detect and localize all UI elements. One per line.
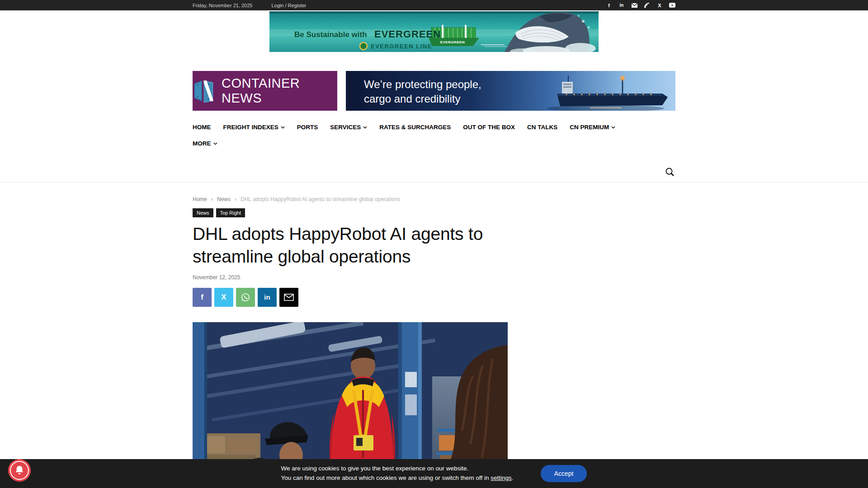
facebook-icon[interactable]: f: [606, 2, 612, 9]
protecting-cargo-ad-banner[interactable]: We’re protecting people, cargo and credi…: [346, 71, 675, 111]
mail-icon: [284, 294, 294, 301]
breadcrumb-news-link[interactable]: News: [217, 196, 231, 202]
nav-item-home[interactable]: HOME: [193, 121, 211, 134]
breadcrumb-home-link[interactable]: Home: [193, 196, 207, 202]
chevron-down-icon: [363, 126, 367, 129]
nav-item-rates-surcharges[interactable]: RATES & SURCHARGES: [379, 121, 451, 134]
article-page: Home › News › DHL adopts HappyRobot AI a…: [193, 196, 675, 488]
facebook-icon: f: [201, 293, 203, 302]
nav-row-1: HOME FREIGHT INDEXES PORTS SERVICES RATE…: [193, 121, 675, 134]
nav-item-out-of-the-box[interactable]: OUT OF THE BOX: [463, 121, 515, 134]
article-date: November 12, 2025: [193, 274, 675, 281]
chevron-down-icon: [611, 126, 615, 129]
ad-header-line2: cargo and credibility: [364, 93, 460, 105]
ad-brand: EVERGREEN: [374, 28, 441, 40]
site-logo[interactable]: CONTAINER NEWS: [193, 71, 337, 111]
mail-icon[interactable]: [631, 2, 637, 9]
nav-item-cn-premium[interactable]: CN PREMIUM: [570, 121, 615, 134]
cookie-consent-bar: We are using cookies to give you the bes…: [0, 459, 868, 488]
share-linkedin-button[interactable]: in: [258, 288, 277, 307]
site-header: CONTAINER NEWS: [0, 52, 868, 183]
ad-header-line1: We’re protecting people,: [364, 78, 481, 90]
ad-footer: EVERGREEN LINE: [371, 43, 432, 50]
linkedin-icon[interactable]: in: [618, 2, 625, 9]
share-email-button[interactable]: [279, 288, 298, 307]
chevron-down-icon: [281, 126, 285, 129]
container-news-logo-icon: [193, 78, 216, 104]
topbar-social-icons: f in X: [606, 2, 675, 9]
nav-item-freight-indexes[interactable]: FREIGHT INDEXES: [223, 121, 285, 134]
nav-item-ports[interactable]: PORTS: [297, 121, 318, 134]
twitter-x-icon: X: [221, 293, 226, 302]
twitter-x-icon[interactable]: X: [656, 2, 663, 9]
share-buttons: f X in: [193, 288, 675, 307]
bell-icon: [15, 465, 24, 475]
login-register-link[interactable]: Login / Register: [271, 3, 306, 8]
share-whatsapp-button[interactable]: [236, 288, 255, 307]
protecting-cargo-ad-art: We’re protecting people, cargo and credi…: [346, 71, 675, 111]
breadcrumb-current-page: DHL adopts HappyRobot AI agents to strea…: [241, 196, 400, 202]
share-facebook-button[interactable]: f: [193, 288, 212, 307]
current-date: Friday, November 21, 2025: [193, 3, 252, 8]
evergreen-ad-art: EVERGREEN Be Sustainable with EVERGREEN: [269, 11, 599, 52]
ad-tagline: Be Sustainable with: [294, 30, 367, 39]
page-title: DHL adopts HappyRobot AI agents to strea…: [193, 223, 523, 268]
youtube-icon[interactable]: [669, 2, 675, 9]
breadcrumb-separator: ›: [211, 196, 213, 202]
top-bar-inner: Friday, November 21, 2025 Login / Regist…: [193, 0, 675, 10]
evergreen-ad-banner[interactable]: EVERGREEN Be Sustainable with EVERGREEN: [269, 11, 599, 52]
nav-item-more[interactable]: MORE: [193, 137, 217, 150]
nav-item-cn-talks[interactable]: CN TALKS: [527, 121, 557, 134]
site-logo-text: CONTAINER NEWS: [222, 76, 337, 106]
tag-news[interactable]: News: [193, 208, 213, 217]
main-nav: HOME FREIGHT INDEXES PORTS SERVICES RATE…: [193, 121, 675, 182]
linkedin-icon: in: [264, 293, 270, 301]
nav-row-2: MORE: [193, 137, 675, 150]
article-tags: News Top Right: [193, 208, 675, 217]
notification-bell-button[interactable]: [8, 459, 31, 482]
breadcrumb: Home › News › DHL adopts HappyRobot AI a…: [193, 196, 675, 202]
search-icon: [665, 167, 675, 177]
svg-text:EVERGREEN: EVERGREEN: [440, 40, 465, 44]
breadcrumb-separator: ›: [235, 196, 236, 202]
share-twitter-button[interactable]: X: [214, 288, 233, 307]
tag-top-right[interactable]: Top Right: [216, 208, 245, 217]
nav-item-services[interactable]: SERVICES: [330, 121, 367, 134]
cookie-message: We are using cookies to give you the bes…: [281, 464, 514, 483]
top-bar: Friday, November 21, 2025 Login / Regist…: [0, 0, 868, 10]
whatsapp-icon: [241, 292, 250, 302]
evergreen-badge-icon: [360, 42, 367, 50]
cookie-settings-link[interactable]: settings: [491, 474, 512, 481]
accept-cookies-button[interactable]: Accept: [541, 465, 587, 482]
chevron-down-icon: [213, 142, 217, 145]
rss-icon[interactable]: [644, 2, 650, 9]
search-button[interactable]: [664, 166, 675, 178]
